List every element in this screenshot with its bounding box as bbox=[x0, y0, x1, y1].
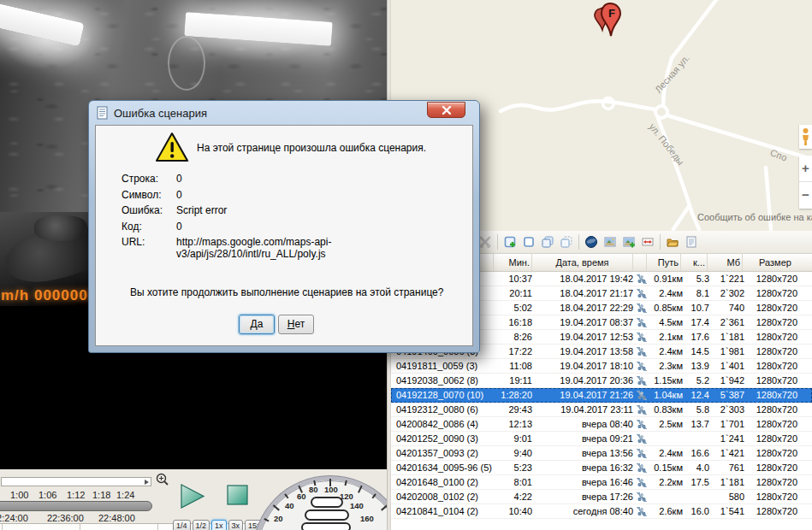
zoom-magnifier-icon[interactable] bbox=[155, 472, 172, 489]
no-button[interactable]: Нет bbox=[278, 315, 314, 334]
table-row[interactable]: 04200842_0086 (4)12:13вчера 08:402.5км13… bbox=[391, 417, 812, 432]
image-icon[interactable] bbox=[601, 233, 619, 251]
column-header-spacer bbox=[633, 254, 647, 271]
dashcam-player-window: m/h 0000000 Лесная ул. ул. Победы Спо F bbox=[0, 0, 812, 530]
route-icon bbox=[637, 420, 647, 429]
copy-frames-alt-icon[interactable] bbox=[557, 233, 576, 251]
cell-c4: 16.6 bbox=[683, 446, 709, 460]
cell-c2: вчера 17:26 bbox=[532, 490, 633, 504]
column-header-size[interactable]: Размер bbox=[743, 254, 808, 271]
table-row[interactable]: 04192312_0080 (6)29:4319.04.2017 23:110.… bbox=[391, 403, 812, 417]
map-report-error-link[interactable]: Сообщить об ошибке на кар bbox=[697, 212, 812, 222]
column-header-mb[interactable]: Мб bbox=[708, 254, 743, 271]
table-row[interactable]: 04201252_0090 (3)9:01вчера 09:211`241128… bbox=[391, 432, 812, 446]
clock-label: 22:24:00 bbox=[0, 513, 28, 523]
column-header-datetime[interactable]: Дата, время bbox=[532, 254, 633, 271]
cell-c1: 17:22 bbox=[494, 344, 532, 358]
resize-icon[interactable] bbox=[638, 233, 657, 251]
cell-c3: 2.1км bbox=[649, 330, 683, 344]
column-header-k[interactable]: к... bbox=[681, 254, 708, 271]
cell-c3: 2.2км bbox=[649, 475, 683, 489]
cell-c6: 1280x720 bbox=[744, 403, 809, 416]
cell-c1: 10:37 bbox=[494, 272, 532, 286]
column-header-path[interactable]: Путь bbox=[647, 254, 681, 271]
cell-c3: 2.3км bbox=[649, 359, 683, 373]
speed-button[interactable]: 3x bbox=[228, 520, 244, 530]
folder-open-icon[interactable] bbox=[663, 233, 682, 251]
select-frame-icon[interactable] bbox=[519, 233, 538, 251]
field-label: Символ: bbox=[122, 189, 176, 201]
speed-button[interactable]: 1/4 bbox=[173, 520, 191, 530]
cell-c1: 29:43 bbox=[494, 403, 532, 416]
speed-button[interactable]: 1/2 bbox=[193, 520, 210, 530]
google-earth-icon[interactable] bbox=[582, 233, 601, 251]
script-error-dialog: Ошибка сценария На этой странице произош… bbox=[88, 100, 480, 353]
table-row[interactable]: 04201634_0095-96 (5)5:23вчера 16:320.15к… bbox=[391, 461, 812, 475]
tick-label: 1:06 bbox=[39, 490, 56, 500]
yes-key: Д bbox=[251, 318, 258, 330]
video-cable bbox=[168, 36, 205, 91]
cell-c4: 17.4 bbox=[683, 315, 709, 329]
odometer-display bbox=[301, 522, 351, 530]
add-clip-icon[interactable] bbox=[501, 233, 519, 251]
notes-icon[interactable] bbox=[682, 233, 701, 251]
table-row[interactable]: 04192128_0070 (10)1:28:2019.04.2017 21:2… bbox=[391, 388, 812, 403]
pegman-icon bbox=[801, 127, 810, 146]
cell-c3: 0.91км bbox=[649, 272, 683, 286]
cell-c3: 0.15км bbox=[649, 461, 683, 474]
route-icon bbox=[637, 492, 647, 502]
speed-button-selected[interactable]: 1x bbox=[211, 520, 227, 530]
cell-c0: 04192128_0070 (10) bbox=[391, 388, 494, 402]
toolbar-separator bbox=[660, 234, 661, 250]
table-row[interactable]: 04202008_0102 (2)4:22вчера 17:265801280x… bbox=[391, 490, 812, 504]
play-button[interactable] bbox=[178, 482, 207, 511]
cell-c2: 19.04.2017 21:26 bbox=[532, 388, 633, 402]
zoom-out-button[interactable]: − bbox=[799, 182, 812, 209]
street-view-pegman-button[interactable] bbox=[799, 125, 812, 149]
dialog-body: На этой странице произошла ошибка сценар… bbox=[95, 125, 473, 346]
zoom-in-button[interactable]: + bbox=[799, 156, 812, 182]
cell-c0: 04201252_0090 (3) bbox=[391, 432, 494, 445]
dialog-close-button[interactable] bbox=[427, 102, 465, 118]
cell-c1: 11:08 bbox=[494, 359, 532, 373]
route-icon bbox=[637, 318, 647, 327]
copy-frames-icon[interactable] bbox=[538, 233, 557, 251]
table-row[interactable]: 04192038_0062 (8)19:1119.04.2017 20:361.… bbox=[391, 374, 812, 388]
tick-label: 1:12 bbox=[67, 490, 85, 500]
cell-c6: 1280x720 bbox=[744, 330, 809, 344]
table-row[interactable]: 04210841_0104 (2)10:40сегодня 08:402.6км… bbox=[391, 504, 812, 519]
gauge-label: 140 bbox=[350, 501, 364, 510]
table-row[interactable]: 04191811_0059 (3)11:0819.04.2017 18:102.… bbox=[391, 359, 812, 374]
table-row[interactable]: 04201648_0100 (2)8:01вчера 16:462.2км17.… bbox=[391, 475, 812, 490]
cell-c0: 04201357_0093 (2) bbox=[391, 446, 494, 460]
route-icon bbox=[637, 391, 647, 400]
gauge-label: 160 bbox=[360, 514, 374, 523]
field-value: 0 bbox=[176, 221, 182, 233]
timeline-scrollbar[interactable] bbox=[1, 477, 151, 486]
map-marker-pin[interactable]: F bbox=[593, 2, 631, 48]
cell-c1: 8:26 bbox=[494, 330, 532, 344]
cell-c5: 1`942 bbox=[709, 374, 744, 387]
image-add-icon[interactable] bbox=[619, 233, 638, 251]
cell-c2: сегодня 08:40 bbox=[532, 504, 633, 518]
cell-c4 bbox=[683, 432, 709, 445]
cell-c4: 5.2 bbox=[683, 374, 709, 387]
cell-c4: 5.3 bbox=[683, 272, 709, 286]
yes-button[interactable]: Да bbox=[239, 315, 275, 334]
dialog-titlebar[interactable]: Ошибка сценария bbox=[89, 101, 479, 125]
cell-c4: 5.8 bbox=[683, 403, 709, 416]
cell-c3: 0.83км bbox=[649, 403, 683, 416]
cell-c2: вчера 09:21 bbox=[532, 432, 633, 445]
cell-c1: 5:23 bbox=[494, 461, 532, 474]
table-row[interactable]: 04201357_0093 (2)9:40вчера 13:562.4км16.… bbox=[391, 446, 812, 461]
column-header-min[interactable]: Мин. bbox=[494, 254, 532, 271]
route-icon bbox=[637, 303, 647, 313]
cell-c3: 0.85км bbox=[649, 301, 683, 315]
timeline-progress-bar[interactable] bbox=[0, 501, 152, 511]
cell-c3: 2.6км bbox=[649, 504, 683, 518]
route-icon bbox=[637, 434, 647, 444]
cell-c3: 2.4км bbox=[649, 446, 683, 460]
scroll-arrow-icon[interactable] bbox=[145, 480, 149, 485]
clock-label: 22:36:00 bbox=[47, 513, 84, 523]
stop-button[interactable] bbox=[226, 484, 250, 508]
